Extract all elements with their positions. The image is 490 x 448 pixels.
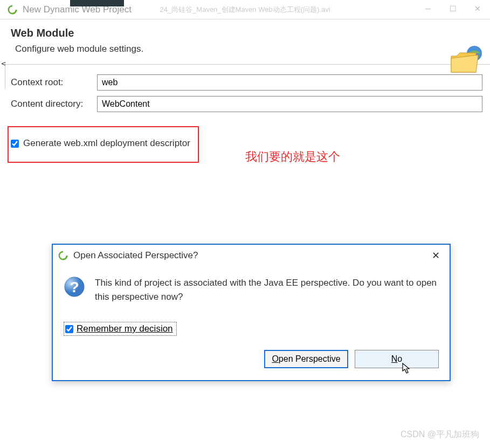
close-button[interactable]: ✕	[465, 0, 490, 17]
generate-descriptor-row: Generate web.xml deployment descriptor	[11, 138, 190, 149]
generate-descriptor-checkbox[interactable]	[11, 140, 19, 148]
dialog-titlebar: Open Associated Perspective? ✕	[53, 245, 450, 266]
remember-decision-row: Remember my decision	[64, 322, 177, 336]
page-description: Configure web module settings.	[15, 44, 479, 54]
dialog-buttons: Open Perspective No	[53, 341, 450, 380]
context-root-row: Context root:	[11, 74, 482, 91]
remember-decision-label[interactable]: Remember my decision	[77, 323, 173, 334]
cursor-icon	[402, 362, 411, 374]
context-root-input[interactable]	[97, 74, 482, 91]
open-perspective-button[interactable]: Open Perspective	[264, 350, 348, 368]
highlight-box: Generate web.xml deployment descriptor	[8, 126, 199, 163]
window-controls: ─ ☐ ✕	[416, 0, 490, 17]
eclipse-icon	[8, 5, 17, 15]
left-tab-stub: v	[0, 62, 5, 89]
dialog-close-button[interactable]: ✕	[427, 247, 444, 264]
remember-decision-checkbox[interactable]	[65, 325, 73, 333]
window-titlebar: New Dynamic Web Project 24_尚硅谷_Maven_创建M…	[0, 0, 490, 19]
svg-rect-1	[12, 5, 17, 10]
dialog-message: This kind of project is associated with …	[95, 276, 439, 304]
content-directory-input[interactable]	[97, 96, 482, 112]
maximize-button[interactable]: ☐	[440, 0, 465, 17]
annotation-text: 我们要的就是这个	[245, 149, 340, 165]
web-folder-icon	[450, 45, 482, 75]
context-root-label: Context root:	[11, 77, 97, 88]
dialog-remember-area: Remember my decision	[53, 309, 450, 341]
wizard-header: Web Module Configure web module settings…	[0, 19, 490, 64]
perspective-dialog: Open Associated Perspective? ✕ ? This ki…	[52, 244, 451, 381]
eclipse-icon	[58, 251, 68, 260]
dialog-title: Open Associated Perspective?	[73, 250, 427, 261]
decorative-strip	[70, 0, 124, 6]
question-icon: ?	[64, 276, 85, 298]
content-directory-label: Content directory:	[11, 99, 97, 109]
no-button[interactable]: No	[355, 350, 439, 368]
generate-descriptor-label[interactable]: Generate web.xml deployment descriptor	[23, 138, 190, 149]
minimize-button[interactable]: ─	[416, 0, 440, 17]
watermark: CSDN @平凡加班狗	[401, 429, 479, 440]
video-caption: 24_尚硅谷_Maven_创建Maven Web动态工程(问题).avi	[160, 5, 330, 15]
content-directory-row: Content directory:	[11, 96, 482, 112]
svg-rect-5	[63, 251, 68, 256]
svg-text:?: ?	[70, 279, 79, 295]
dialog-body: ? This kind of project is associated wit…	[53, 266, 450, 309]
page-title: Web Module	[11, 27, 479, 39]
